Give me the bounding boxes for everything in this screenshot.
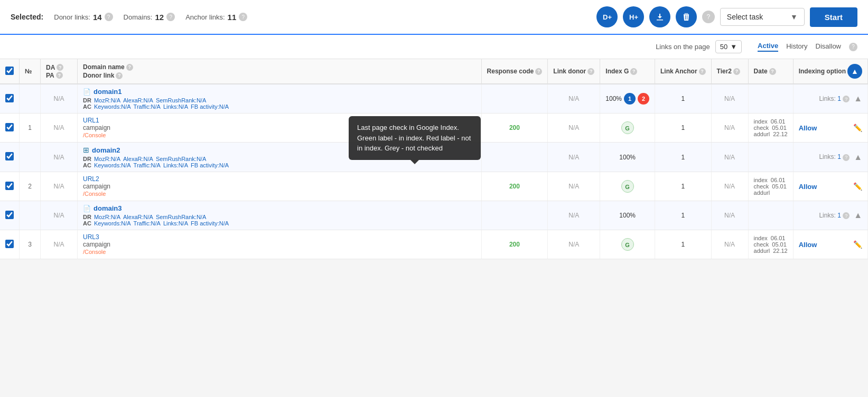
alexar-link[interactable]: AlexaR:N/A: [123, 97, 153, 103]
donor-links-group: Donor links: 14 ?: [54, 13, 113, 22]
console-link[interactable]: /Console: [83, 132, 106, 138]
domain-name-link[interactable]: domain2: [92, 146, 120, 154]
traffic-link[interactable]: Traffic:N/A: [134, 220, 161, 226]
console-link[interactable]: /Console: [83, 191, 106, 197]
url-link-donor-cell: N/A: [548, 172, 600, 201]
semrush-link[interactable]: SemRushRank:N/A: [156, 214, 206, 220]
per-page-select[interactable]: 50 ▼: [715, 40, 742, 53]
donor-links-count: 14: [93, 13, 102, 22]
mozr-link[interactable]: MozR:N/A: [94, 156, 120, 162]
keywords-link[interactable]: Keywords:N/A: [94, 103, 131, 110]
domain-links-count-link[interactable]: 1: [837, 153, 841, 160]
domain-tier2-value: N/A: [724, 154, 735, 161]
edit-icon[interactable]: ✏️: [853, 124, 862, 132]
url-index-g-cell: G: [600, 230, 655, 259]
select-all-checkbox[interactable]: [5, 67, 14, 75]
domain-index-g-cell: 100% 12: [600, 84, 655, 114]
domain-links-count-link[interactable]: 1: [837, 212, 841, 219]
tab-disallow[interactable]: Disallow: [816, 42, 841, 51]
collapse-all-button[interactable]: ▲: [847, 64, 862, 79]
delete-button[interactable]: [676, 6, 697, 27]
index-date: 05.01: [772, 125, 787, 131]
edit-icon[interactable]: ✏️: [853, 182, 862, 191]
fb-activity-link[interactable]: FB activity:N/A: [191, 162, 229, 168]
per-page-arrow-icon: ▼: [730, 43, 737, 51]
tab-help-icon[interactable]: ?: [849, 43, 857, 51]
date-help-icon[interactable]: ?: [769, 68, 776, 75]
donor-links-help-icon[interactable]: ?: [105, 13, 113, 21]
url-checkbox[interactable]: [5, 123, 14, 131]
url-link[interactable]: URL3: [83, 233, 99, 241]
links-count-help-icon[interactable]: ?: [843, 212, 850, 219]
links-link[interactable]: Links:N/A: [163, 103, 188, 110]
domain-link-anchor-cell: 1: [655, 201, 712, 230]
domain-name-link[interactable]: domain1: [94, 88, 122, 96]
domain-da-cell: N/A: [41, 84, 78, 114]
toolbar-help-icon[interactable]: ?: [702, 11, 715, 23]
keywords-link[interactable]: Keywords:N/A: [94, 162, 131, 168]
url-link[interactable]: URL1: [83, 117, 99, 124]
domain-name-link[interactable]: domain3: [94, 204, 122, 212]
links-link[interactable]: Links:N/A: [163, 162, 188, 168]
index-action: index: [754, 118, 768, 125]
alexar-link[interactable]: AlexaR:N/A: [123, 214, 153, 220]
domain-collapse-icon[interactable]: ▲: [854, 211, 862, 220]
mozr-link[interactable]: MozR:N/A: [94, 214, 120, 220]
start-button[interactable]: Start: [810, 7, 857, 27]
mozr-link[interactable]: MozR:N/A: [94, 97, 120, 103]
fb-activity-link[interactable]: FB activity:N/A: [191, 103, 229, 110]
h-plus-button[interactable]: H+: [623, 6, 644, 27]
tab-history[interactable]: History: [786, 42, 807, 51]
domain-collapse-icon[interactable]: ▲: [854, 94, 862, 103]
domain-name-cell: ⊞ domain2 DR MozR:N/A AlexaR:N/A SemRush…: [78, 143, 482, 172]
link-anchor-help-icon[interactable]: ?: [699, 68, 706, 75]
link-donor-help-icon[interactable]: ?: [587, 68, 594, 75]
edit-icon[interactable]: ✏️: [853, 240, 862, 249]
console-link[interactable]: /Console: [83, 249, 106, 255]
domain-tier2-cell: N/A: [711, 201, 748, 230]
dr-label: DR: [83, 97, 91, 103]
main-table-container: № DA ? PA ?: [0, 59, 868, 259]
domain-link-anchor-count: 1: [681, 95, 685, 102]
allow-link[interactable]: Allow: [799, 183, 817, 191]
traffic-link[interactable]: Traffic:N/A: [134, 103, 161, 110]
download-button[interactable]: [649, 6, 670, 27]
tab-active[interactable]: Active: [758, 42, 778, 52]
anchor-links-help-icon[interactable]: ?: [239, 13, 247, 21]
domain-checkbox[interactable]: [5, 211, 14, 219]
response-help-icon[interactable]: ?: [535, 68, 542, 75]
alexar-link[interactable]: AlexaR:N/A: [123, 156, 153, 162]
url-checkbox[interactable]: [5, 240, 14, 248]
fb-activity-link[interactable]: FB activity:N/A: [191, 220, 229, 226]
domain-link-donor-value: N/A: [568, 212, 579, 219]
tier2-help-icon[interactable]: ?: [733, 68, 740, 75]
da-help-icon[interactable]: ?: [57, 64, 63, 71]
allow-link[interactable]: Allow: [799, 241, 817, 249]
domain-checkbox[interactable]: [5, 94, 14, 102]
url-response-cell: 200: [481, 172, 548, 201]
keywords-link[interactable]: Keywords:N/A: [94, 220, 131, 226]
url-num-cell: 1: [20, 114, 41, 143]
traffic-link[interactable]: Traffic:N/A: [134, 162, 161, 168]
domain-collapse-icon[interactable]: ▲: [854, 153, 862, 162]
d-plus-button[interactable]: D+: [596, 6, 618, 27]
links-link[interactable]: Links:N/A: [163, 220, 188, 226]
semrush-link[interactable]: SemRushRank:N/A: [156, 156, 206, 162]
domain-response-cell: [481, 143, 548, 172]
semrush-link[interactable]: SemRushRank:N/A: [156, 97, 206, 103]
th-tier2: Tier2 ?: [711, 59, 748, 84]
domain-checkbox[interactable]: [5, 152, 14, 160]
domain-name-help-icon[interactable]: ?: [126, 64, 133, 71]
url-link[interactable]: URL2: [83, 175, 99, 183]
domain-links-count-link[interactable]: 1: [837, 95, 841, 102]
domains-help-icon[interactable]: ?: [166, 13, 175, 21]
select-task-dropdown[interactable]: Select task ▼: [720, 8, 805, 26]
index-g-help-icon[interactable]: ?: [630, 68, 637, 75]
url-response-code: 200: [509, 183, 520, 190]
pa-help-icon[interactable]: ?: [56, 72, 63, 79]
links-count-help-icon[interactable]: ?: [843, 96, 850, 102]
url-checkbox[interactable]: [5, 182, 14, 190]
allow-link[interactable]: Allow: [799, 124, 817, 132]
links-count-help-icon[interactable]: ?: [843, 154, 850, 161]
donor-link-help-icon[interactable]: ?: [116, 72, 123, 79]
